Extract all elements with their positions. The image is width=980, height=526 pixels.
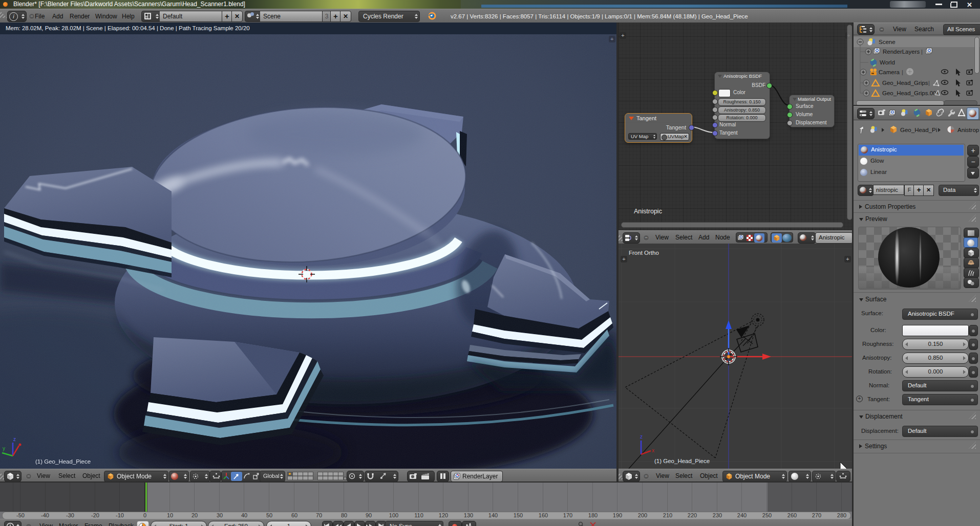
svg-text:Geo_Head_Grips.001: Geo_Head_Grips.001 bbox=[882, 90, 940, 96]
svg-text:240: 240 bbox=[737, 512, 747, 518]
svg-text:30: 30 bbox=[217, 512, 223, 518]
svg-text:170: 170 bbox=[563, 512, 572, 518]
svg-text:-50: -50 bbox=[16, 512, 25, 518]
svg-text:70: 70 bbox=[316, 512, 322, 518]
svg-text:200: 200 bbox=[638, 512, 647, 518]
svg-text:-20: -20 bbox=[91, 512, 99, 518]
svg-text:RenderLayers: RenderLayers bbox=[883, 49, 920, 55]
svg-text:220: 220 bbox=[688, 512, 697, 518]
svg-text:-40: -40 bbox=[41, 512, 49, 518]
svg-text:100: 100 bbox=[389, 512, 398, 518]
svg-text:Camera: Camera bbox=[879, 69, 900, 75]
svg-text:60: 60 bbox=[291, 512, 297, 518]
svg-text:120: 120 bbox=[439, 512, 448, 518]
svg-text:270: 270 bbox=[812, 512, 821, 518]
svg-text:(1) Geo_Head_Piece: (1) Geo_Head_Piece bbox=[654, 458, 710, 464]
svg-text:|: | bbox=[921, 49, 923, 55]
svg-text:80: 80 bbox=[341, 512, 347, 518]
svg-text:x: x bbox=[652, 448, 654, 453]
svg-text:|: | bbox=[902, 69, 903, 75]
svg-text:Front Ortho: Front Ortho bbox=[629, 250, 659, 256]
svg-text:90: 90 bbox=[366, 512, 372, 518]
svg-text:180: 180 bbox=[588, 512, 598, 518]
svg-text:150: 150 bbox=[514, 512, 523, 518]
svg-text:160: 160 bbox=[539, 512, 548, 518]
svg-text:World: World bbox=[880, 59, 895, 65]
svg-text:Geo_Head_Grips: Geo_Head_Grips bbox=[882, 80, 928, 86]
svg-text:-10: -10 bbox=[116, 512, 124, 518]
svg-text:110: 110 bbox=[414, 512, 423, 518]
svg-text:210: 210 bbox=[663, 512, 672, 518]
svg-text:-30: -30 bbox=[66, 512, 74, 518]
svg-text:230: 230 bbox=[713, 512, 722, 518]
svg-text:260: 260 bbox=[787, 512, 797, 518]
svg-text:Geo_Head_Pi: Geo_Head_Pi bbox=[900, 127, 937, 133]
svg-text:z: z bbox=[640, 434, 643, 440]
svg-text:190: 190 bbox=[613, 512, 622, 518]
svg-text:140: 140 bbox=[488, 512, 498, 518]
svg-text:10: 10 bbox=[167, 512, 173, 518]
svg-text:250: 250 bbox=[762, 512, 772, 518]
svg-text:130: 130 bbox=[464, 512, 473, 518]
svg-text:40: 40 bbox=[241, 512, 247, 518]
svg-text:280: 280 bbox=[837, 512, 846, 518]
svg-text:Anistrop: Anistrop bbox=[957, 127, 979, 133]
svg-text:|: | bbox=[928, 80, 930, 86]
svg-text:0: 0 bbox=[143, 512, 146, 518]
svg-text:20: 20 bbox=[191, 512, 198, 518]
svg-text:Scene: Scene bbox=[879, 39, 896, 45]
svg-text:50: 50 bbox=[266, 512, 272, 518]
